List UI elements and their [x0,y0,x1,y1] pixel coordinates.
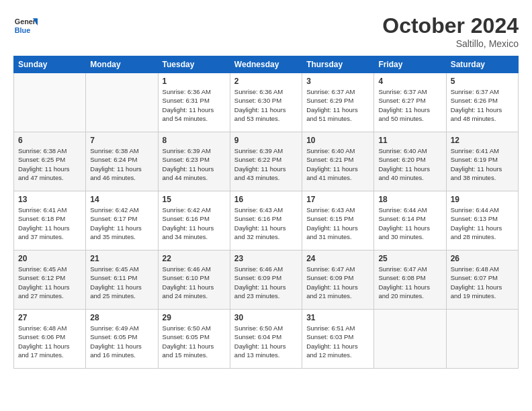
calendar-cell: 2Sunrise: 6:36 AMSunset: 6:30 PMDaylight… [230,73,302,132]
day-number: 2 [234,77,298,86]
day-info: Sunrise: 6:36 AMSunset: 6:31 PMDaylight:… [163,87,226,123]
calendar-cell: 24Sunrise: 6:47 AMSunset: 6:09 PMDayligh… [302,250,374,310]
calendar-cell: 6Sunrise: 6:38 AMSunset: 6:25 PMDaylight… [14,132,86,191]
day-number: 5 [451,77,514,86]
day-number: 12 [451,136,514,145]
day-number: 30 [234,313,298,322]
day-number: 8 [163,136,226,145]
title-area: October 2024 Saltillo, Mexico [382,13,519,49]
calendar-week-row: 20Sunrise: 6:45 AMSunset: 6:12 PMDayligh… [14,250,519,310]
calendar-cell [14,73,86,132]
calendar-day-header: Friday [374,56,446,73]
calendar-week-row: 27Sunrise: 6:48 AMSunset: 6:06 PMDayligh… [14,310,519,369]
calendar-cell: 20Sunrise: 6:45 AMSunset: 6:12 PMDayligh… [14,250,86,310]
day-info: Sunrise: 6:47 AMSunset: 6:08 PMDaylight:… [378,265,441,300]
day-info: Sunrise: 6:42 AMSunset: 6:16 PMDaylight:… [163,205,226,241]
calendar-day-header: Sunday [14,56,86,73]
calendar-day-header: Thursday [302,56,374,73]
logo: General Blue [13,13,38,38]
calendar-cell: 27Sunrise: 6:48 AMSunset: 6:06 PMDayligh… [14,310,86,369]
day-number: 22 [163,254,226,263]
day-info: Sunrise: 6:45 AMSunset: 6:12 PMDaylight:… [18,265,81,300]
calendar-cell: 31Sunrise: 6:51 AMSunset: 6:03 PMDayligh… [302,310,374,369]
day-number: 26 [451,254,514,263]
calendar-cell: 23Sunrise: 6:46 AMSunset: 6:09 PMDayligh… [230,250,302,310]
calendar-cell: 3Sunrise: 6:37 AMSunset: 6:29 PMDaylight… [302,73,374,132]
day-number: 9 [234,136,298,145]
calendar-cell: 14Sunrise: 6:42 AMSunset: 6:17 PMDayligh… [86,191,158,250]
calendar-cell [446,310,518,369]
calendar-week-row: 13Sunrise: 6:41 AMSunset: 6:18 PMDayligh… [14,191,519,250]
day-info: Sunrise: 6:50 AMSunset: 6:04 PMDaylight:… [234,324,298,359]
calendar-cell: 15Sunrise: 6:42 AMSunset: 6:16 PMDayligh… [158,191,230,250]
calendar-cell: 29Sunrise: 6:50 AMSunset: 6:05 PMDayligh… [158,310,230,369]
calendar-cell [86,73,158,132]
calendar-header-row: SundayMondayTuesdayWednesdayThursdayFrid… [14,56,519,73]
calendar-cell: 9Sunrise: 6:39 AMSunset: 6:22 PMDaylight… [230,132,302,191]
calendar-cell: 25Sunrise: 6:47 AMSunset: 6:08 PMDayligh… [374,250,446,310]
day-number: 17 [306,195,369,204]
calendar-cell: 7Sunrise: 6:38 AMSunset: 6:24 PMDaylight… [86,132,158,191]
day-number: 3 [306,77,369,86]
day-info: Sunrise: 6:39 AMSunset: 6:22 PMDaylight:… [234,146,298,182]
calendar-day-header: Monday [86,56,158,73]
svg-text:Blue: Blue [15,26,30,34]
calendar-week-row: 1Sunrise: 6:36 AMSunset: 6:31 PMDaylight… [14,73,519,132]
day-number: 14 [90,195,153,204]
calendar-cell: 16Sunrise: 6:43 AMSunset: 6:16 PMDayligh… [230,191,302,250]
day-info: Sunrise: 6:40 AMSunset: 6:20 PMDaylight:… [378,146,441,182]
calendar-cell: 1Sunrise: 6:36 AMSunset: 6:31 PMDaylight… [158,73,230,132]
day-info: Sunrise: 6:49 AMSunset: 6:05 PMDaylight:… [90,324,153,359]
calendar-body: 1Sunrise: 6:36 AMSunset: 6:31 PMDaylight… [14,73,519,369]
day-number: 16 [234,195,298,204]
calendar-table: SundayMondayTuesdayWednesdayThursdayFrid… [13,56,519,369]
day-number: 27 [18,313,81,322]
day-number: 21 [90,254,153,263]
day-number: 15 [163,195,226,204]
day-number: 23 [234,254,298,263]
day-number: 20 [18,254,81,263]
day-info: Sunrise: 6:48 AMSunset: 6:06 PMDaylight:… [18,324,81,359]
day-info: Sunrise: 6:47 AMSunset: 6:09 PMDaylight:… [306,265,369,300]
calendar-cell: 5Sunrise: 6:37 AMSunset: 6:26 PMDaylight… [446,73,518,132]
calendar-week-row: 6Sunrise: 6:38 AMSunset: 6:25 PMDaylight… [14,132,519,191]
calendar-cell: 26Sunrise: 6:48 AMSunset: 6:07 PMDayligh… [446,250,518,310]
day-number: 13 [18,195,81,204]
calendar-cell: 18Sunrise: 6:44 AMSunset: 6:14 PMDayligh… [374,191,446,250]
month-title: October 2024 [382,13,519,38]
calendar-cell: 12Sunrise: 6:41 AMSunset: 6:19 PMDayligh… [446,132,518,191]
day-number: 7 [90,136,153,145]
day-info: Sunrise: 6:36 AMSunset: 6:30 PMDaylight:… [234,87,298,123]
day-info: Sunrise: 6:48 AMSunset: 6:07 PMDaylight:… [451,265,514,300]
day-info: Sunrise: 6:40 AMSunset: 6:21 PMDaylight:… [306,146,369,182]
calendar-cell: 8Sunrise: 6:39 AMSunset: 6:23 PMDaylight… [158,132,230,191]
day-info: Sunrise: 6:44 AMSunset: 6:13 PMDaylight:… [451,205,514,241]
calendar-cell: 21Sunrise: 6:45 AMSunset: 6:11 PMDayligh… [86,250,158,310]
day-number: 11 [378,136,441,145]
day-info: Sunrise: 6:42 AMSunset: 6:17 PMDaylight:… [90,205,153,241]
location-title: Saltillo, Mexico [382,38,519,49]
day-number: 1 [163,77,226,86]
day-info: Sunrise: 6:41 AMSunset: 6:18 PMDaylight:… [18,205,81,241]
day-info: Sunrise: 6:37 AMSunset: 6:27 PMDaylight:… [378,87,441,123]
day-number: 6 [18,136,81,145]
calendar-day-header: Wednesday [230,56,302,73]
day-info: Sunrise: 6:43 AMSunset: 6:16 PMDaylight:… [234,205,298,241]
calendar-cell: 30Sunrise: 6:50 AMSunset: 6:04 PMDayligh… [230,310,302,369]
calendar-cell: 4Sunrise: 6:37 AMSunset: 6:27 PMDaylight… [374,73,446,132]
page-header: General Blue October 2024 Saltillo, Mexi… [13,13,519,49]
calendar-cell: 19Sunrise: 6:44 AMSunset: 6:13 PMDayligh… [446,191,518,250]
day-number: 19 [451,195,514,204]
day-number: 28 [90,313,153,322]
day-number: 25 [378,254,441,263]
day-info: Sunrise: 6:50 AMSunset: 6:05 PMDaylight:… [163,324,226,359]
calendar-cell [374,310,446,369]
day-number: 24 [306,254,369,263]
day-info: Sunrise: 6:37 AMSunset: 6:29 PMDaylight:… [306,87,369,123]
logo-icon: General Blue [13,13,38,38]
day-info: Sunrise: 6:46 AMSunset: 6:10 PMDaylight:… [163,265,226,300]
calendar-cell: 11Sunrise: 6:40 AMSunset: 6:20 PMDayligh… [374,132,446,191]
day-number: 18 [378,195,441,204]
calendar-day-header: Tuesday [158,56,230,73]
calendar-cell: 17Sunrise: 6:43 AMSunset: 6:15 PMDayligh… [302,191,374,250]
